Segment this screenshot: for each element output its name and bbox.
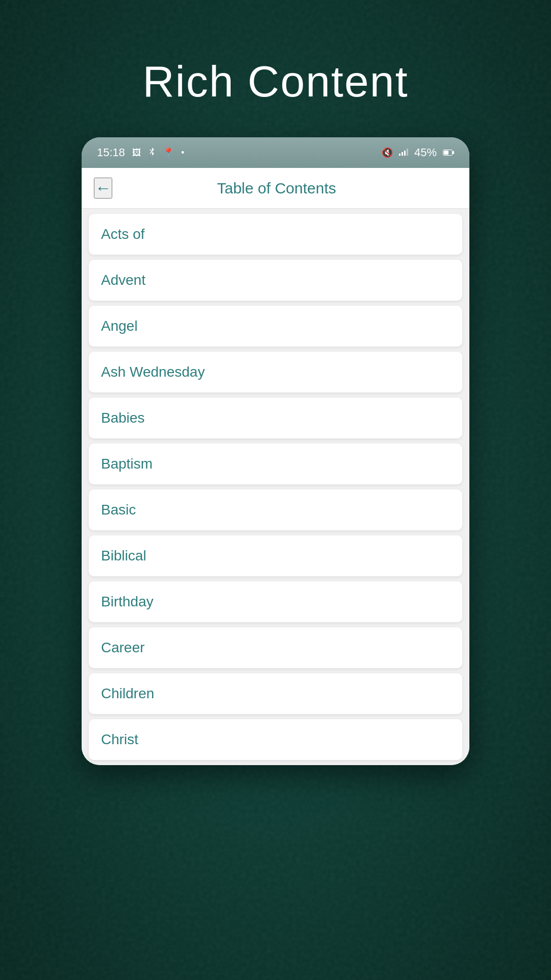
signal-icon [399, 148, 408, 158]
list-item[interactable]: Baptism [89, 444, 462, 484]
list-item-label: Children [101, 685, 154, 702]
app-header: ← Table of Contents [82, 168, 469, 209]
list-item-label: Acts of [101, 226, 145, 242]
list-item-label: Career [101, 640, 145, 656]
battery-icon [443, 148, 454, 158]
list-item-label: Angel [101, 318, 138, 334]
phone-frame: 15:18 🖼 📍 • 🔇 45% [82, 137, 469, 765]
status-left: 15:18 🖼 📍 • [97, 146, 184, 159]
status-right: 🔇 45% [382, 146, 454, 159]
list-item[interactable]: Ash Wednesday [89, 352, 462, 393]
list-item[interactable]: Career [89, 627, 462, 668]
page-title: Rich Content [0, 0, 551, 137]
svg-rect-2 [404, 151, 406, 156]
list-item[interactable]: Advent [89, 260, 462, 301]
back-button[interactable]: ← [94, 178, 112, 199]
list-item[interactable]: Children [89, 673, 462, 714]
list-item[interactable]: Babies [89, 398, 462, 438]
table-of-contents-list: Acts ofAdventAngelAsh WednesdayBabiesBap… [82, 209, 469, 765]
bluetooth-icon [148, 147, 156, 159]
list-item[interactable]: Christ [89, 719, 462, 760]
list-item-label: Basic [101, 502, 136, 518]
list-item[interactable]: Birthday [89, 581, 462, 622]
list-item-label: Christ [101, 731, 138, 748]
list-item[interactable]: Biblical [89, 535, 462, 576]
list-item[interactable]: Basic [89, 489, 462, 530]
list-item-label: Biblical [101, 548, 146, 564]
svg-rect-0 [399, 154, 400, 156]
mute-icon: 🔇 [382, 147, 393, 158]
list-item[interactable]: Angel [89, 306, 462, 347]
status-time: 15:18 [97, 146, 125, 159]
list-item-label: Advent [101, 272, 145, 288]
location-icon: 📍 [163, 147, 174, 158]
list-item-label: Birthday [101, 594, 154, 610]
list-item-label: Baptism [101, 456, 153, 472]
list-item-label: Babies [101, 410, 145, 426]
status-bar: 15:18 🖼 📍 • 🔇 45% [82, 137, 469, 168]
svg-rect-5 [453, 151, 454, 154]
list-item-label: Ash Wednesday [101, 364, 205, 380]
svg-rect-3 [407, 149, 408, 156]
svg-rect-1 [402, 152, 403, 156]
list-item[interactable]: Acts of [89, 214, 462, 255]
header-title: Table of Contents [122, 180, 431, 197]
dot-icon: • [181, 148, 184, 158]
image-icon: 🖼 [132, 148, 141, 158]
svg-rect-6 [444, 151, 448, 155]
battery-percent: 45% [414, 146, 437, 159]
